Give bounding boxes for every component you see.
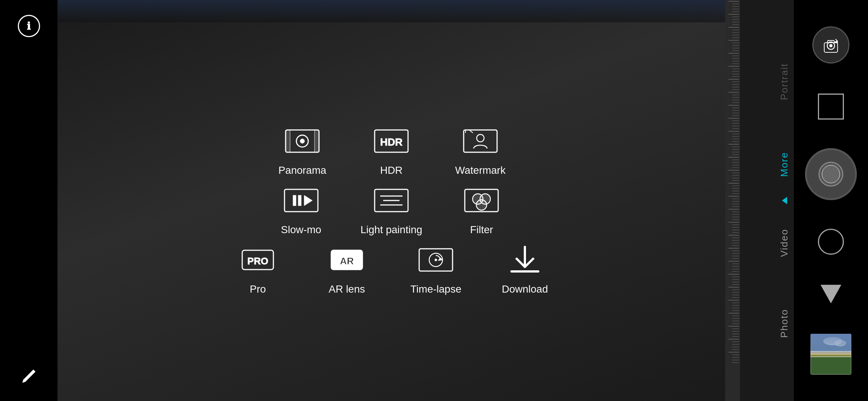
panorama-icon (282, 124, 323, 158)
main-camera-area: Panorama HDR HDR (57, 0, 725, 401)
svg-rect-35 (811, 334, 851, 354)
secondary-camera-button[interactable] (812, 26, 849, 63)
svg-point-34 (822, 165, 840, 183)
v-mode-portrait[interactable]: Portrait (779, 63, 790, 100)
svg-text:PRO: PRO (247, 255, 268, 267)
download-label: Download (502, 283, 548, 295)
ar-lens-icon: AR (326, 243, 367, 277)
modes-row-2: Slow-mo Light painting (272, 184, 512, 236)
svg-point-36 (823, 338, 842, 345)
svg-point-30 (829, 44, 832, 47)
right-panel: // Generate ruler ticks const ruler = do… (725, 0, 794, 401)
pro-icon: PRO (237, 243, 278, 277)
svg-rect-38 (811, 354, 851, 375)
left-sidebar: ℹ (0, 0, 57, 401)
filter-label: Filter (470, 224, 493, 236)
watermark-icon (460, 124, 501, 158)
mode-time-lapse[interactable]: Time-lapse (406, 243, 466, 295)
svg-point-2 (300, 139, 305, 143)
svg-text:AR: AR (340, 255, 354, 267)
hdr-label: HDR (380, 164, 403, 176)
more-arrow-indicator (782, 197, 787, 204)
svg-marker-12 (304, 195, 312, 206)
home-button[interactable] (818, 229, 844, 255)
ar-lens-label: AR lens (329, 283, 365, 295)
filter-icon (461, 184, 502, 217)
v-mode-more[interactable]: More (779, 152, 790, 177)
mode-hdr[interactable]: HDR HDR (362, 124, 421, 176)
gallery-thumbnail[interactable] (811, 334, 851, 375)
modes-row-1: Panorama HDR HDR (273, 124, 510, 176)
download-icon (504, 243, 545, 277)
svg-point-20 (476, 200, 487, 210)
mode-ar-lens[interactable]: AR AR lens (317, 243, 377, 295)
watermark-label: Watermark (455, 164, 506, 176)
modes-grid: Panorama HDR HDR (57, 19, 725, 401)
time-lapse-icon (415, 243, 456, 277)
slow-mo-icon (281, 184, 322, 217)
shutter-button[interactable] (807, 150, 855, 198)
mode-filter[interactable]: Filter (452, 184, 511, 236)
mode-watermark[interactable]: Watermark (451, 124, 510, 176)
back-button[interactable] (821, 285, 841, 303)
mode-pro[interactable]: PRO Pro (228, 243, 287, 295)
modes-row-3: PRO Pro AR AR lens (228, 243, 555, 295)
hdr-icon: HDR (371, 124, 412, 158)
svg-rect-4 (315, 130, 319, 152)
pro-label: Pro (250, 283, 266, 295)
mode-panorama[interactable]: Panorama (273, 124, 332, 176)
edit-icon[interactable] (22, 369, 36, 386)
svg-rect-39 (811, 352, 851, 357)
light-painting-icon (371, 184, 412, 217)
far-right-controls (794, 0, 868, 401)
slow-mo-label: Slow-mo (281, 224, 321, 236)
v-mode-video[interactable]: Video (779, 229, 790, 257)
svg-rect-10 (293, 195, 296, 206)
panorama-label: Panorama (278, 164, 326, 176)
ruler: // Generate ruler ticks const ruler = do… (725, 0, 740, 401)
info-icon[interactable]: ℹ (18, 15, 40, 37)
time-lapse-label: Time-lapse (410, 283, 461, 295)
svg-rect-11 (298, 195, 301, 206)
mode-slow-mo[interactable]: Slow-mo (272, 184, 331, 236)
svg-point-8 (477, 134, 484, 142)
svg-rect-7 (464, 130, 497, 152)
v-mode-photo[interactable]: Photo (779, 309, 790, 338)
mode-download[interactable]: Download (495, 243, 555, 295)
mode-light-painting[interactable]: Light painting (361, 184, 423, 236)
recents-button[interactable] (818, 94, 844, 120)
svg-point-28 (435, 259, 437, 261)
light-painting-label: Light painting (361, 224, 423, 236)
svg-text:HDR: HDR (380, 136, 403, 148)
svg-point-37 (835, 340, 846, 346)
svg-rect-3 (286, 130, 290, 152)
